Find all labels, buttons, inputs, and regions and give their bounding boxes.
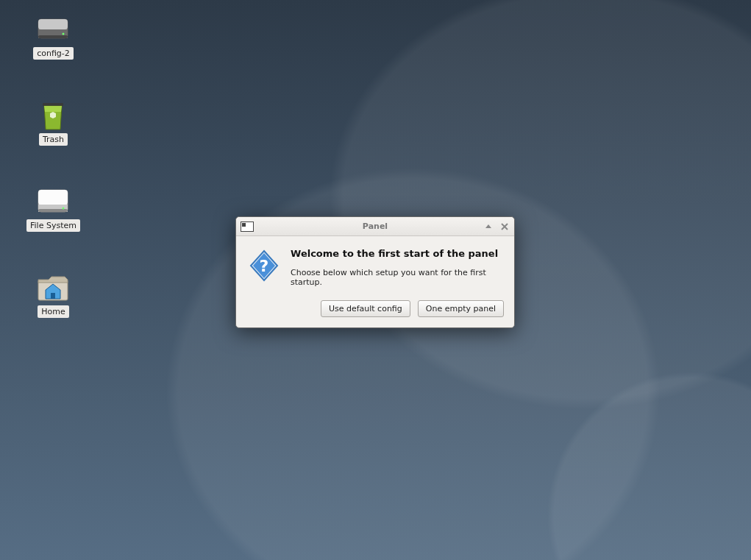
desktop-icons-area: config-2 Trash File System	[26, 16, 80, 318]
desktop-icon-trash[interactable]: Trash	[37, 102, 69, 146]
question-icon: ?	[248, 249, 280, 282]
svg-rect-9	[38, 209, 68, 212]
svg-text:?: ?	[260, 257, 269, 275]
drive-icon	[37, 16, 69, 43]
dialog-titlebar[interactable]: Panel	[236, 217, 514, 236]
window-controls	[483, 221, 510, 232]
dialog-subtext: Choose below which setup you want for th…	[291, 268, 502, 287]
dialog-button-row: Use default config One empty panel	[236, 293, 514, 327]
dialog-body: ? Welcome to the first start of the pane…	[236, 236, 514, 293]
desktop-icon-label: Trash	[39, 133, 68, 146]
dialog-title: Panel	[236, 221, 514, 231]
use-default-config-button[interactable]: Use default config	[321, 300, 410, 317]
panel-first-start-dialog: Panel ? Welcome to the first start of th…	[235, 216, 515, 328]
dialog-heading: Welcome to the first start of the panel	[291, 248, 502, 259]
svg-rect-7	[38, 190, 68, 205]
home-folder-icon	[37, 274, 69, 301]
desktop-icon-home[interactable]: Home	[37, 274, 69, 318]
one-empty-panel-button[interactable]: One empty panel	[418, 300, 504, 317]
desktop-icon-label: config-2	[33, 47, 74, 60]
svg-rect-5	[43, 103, 63, 106]
dialog-text: Welcome to the first start of the panel …	[291, 248, 502, 287]
svg-rect-3	[38, 35, 68, 38]
svg-point-4	[63, 33, 65, 35]
svg-rect-11	[51, 293, 55, 299]
window-close-button[interactable]	[499, 221, 510, 232]
desktop-icon-label: Home	[38, 305, 68, 318]
trash-icon	[37, 102, 69, 129]
window-menu-icon[interactable]	[241, 221, 254, 232]
filesystem-icon	[37, 188, 69, 215]
desktop-icon-config-2[interactable]: config-2	[33, 16, 74, 60]
svg-point-10	[63, 208, 65, 210]
desktop-icon-label: File System	[26, 219, 80, 232]
window-shade-button[interactable]	[483, 221, 494, 232]
svg-rect-1	[38, 19, 68, 29]
desktop-icon-file-system[interactable]: File System	[26, 188, 80, 232]
